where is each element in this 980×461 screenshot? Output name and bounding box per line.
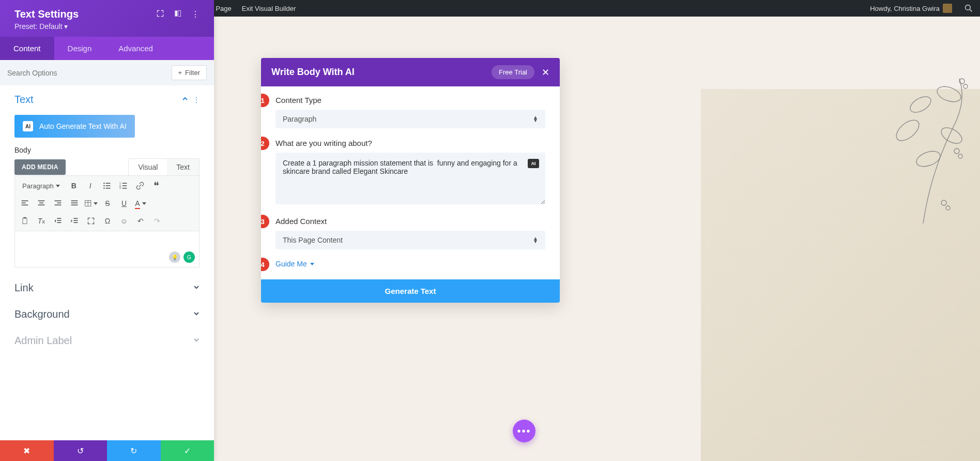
divi-fab-button[interactable]: ••• (513, 420, 535, 442)
textcolor-button[interactable]: A (133, 196, 148, 211)
svg-rect-28 (71, 202, 78, 203)
chevron-down-icon (193, 337, 200, 345)
align-center-button[interactable] (34, 196, 49, 211)
svg-point-8 (103, 185, 104, 186)
underline-button[interactable]: U (116, 196, 132, 211)
table-button[interactable] (83, 196, 99, 211)
fullscreen-button[interactable] (83, 213, 99, 229)
preset-dropdown[interactable]: Preset: Default ▾ (14, 22, 200, 31)
cancel-button[interactable]: ✖ (0, 440, 54, 461)
section-link-title: Link (14, 282, 34, 294)
more-icon[interactable]: ⋮ (191, 9, 200, 19)
svg-rect-38 (73, 218, 78, 219)
body-label: Body (0, 146, 214, 154)
svg-rect-13 (122, 183, 127, 184)
link-button[interactable] (132, 178, 148, 194)
quote-button[interactable]: ❝ (149, 178, 164, 194)
svg-rect-5 (178, 10, 181, 16)
svg-rect-9 (105, 185, 110, 186)
snap-icon[interactable] (174, 9, 182, 20)
expand-icon[interactable] (156, 9, 164, 20)
italic-button[interactable]: I (83, 178, 98, 194)
svg-rect-36 (57, 220, 61, 221)
list-ul-icon (103, 182, 111, 190)
indent-icon (70, 217, 79, 225)
svg-point-48 (954, 148, 959, 154)
emoji-button[interactable]: ☺ (116, 213, 132, 229)
context-select[interactable]: This Page Content ▲▼ (275, 231, 545, 249)
align-left-button[interactable] (17, 196, 33, 211)
assist-badge[interactable]: 💡 (169, 251, 180, 263)
ai-button-label: Auto Generate Text With AI (39, 122, 127, 130)
section-background-toggle[interactable]: Background (0, 300, 214, 326)
leaf-decoration-icon (871, 73, 975, 224)
svg-point-10 (103, 188, 104, 189)
undo-footer-button[interactable]: ↺ (54, 440, 108, 461)
step-marker-3: 3 (261, 215, 269, 228)
list-ol-icon: 123 (119, 182, 128, 190)
align-center-icon (37, 199, 45, 207)
undo-button[interactable]: ↶ (133, 213, 148, 229)
strike-button[interactable]: S (100, 196, 115, 211)
svg-rect-24 (55, 200, 62, 201)
svg-rect-7 (105, 183, 110, 184)
save-button[interactable]: ✓ (161, 440, 215, 461)
clear-format-button[interactable]: Tx (34, 213, 49, 229)
align-justify-button[interactable] (67, 196, 82, 211)
outdent-button[interactable] (50, 213, 66, 229)
redo-footer-button[interactable]: ↻ (107, 440, 161, 461)
tab-advanced[interactable]: Advanced (105, 37, 166, 60)
about-label: What are you writing about? (275, 139, 545, 147)
content-type-label: Content Type (275, 96, 545, 105)
rich-text-editor[interactable]: 💡 G (14, 231, 200, 267)
add-media-button[interactable]: ADD MEDIA (14, 159, 66, 175)
filter-button[interactable]: + Filter (172, 65, 207, 80)
content-type-select[interactable]: Paragraph ▲▼ (275, 110, 545, 128)
editor-tab-text[interactable]: Text (167, 159, 199, 175)
search-input[interactable] (7, 69, 166, 77)
section-adminlabel-toggle[interactable]: Admin Label (0, 326, 214, 353)
specialchar-button[interactable]: Ω (100, 213, 115, 229)
svg-point-2 (966, 5, 971, 10)
ol-button[interactable]: 123 (116, 178, 131, 194)
align-right-button[interactable] (50, 196, 66, 211)
adminbar-search[interactable] (961, 0, 976, 17)
guide-me-toggle[interactable]: Guide Me (275, 260, 545, 268)
svg-rect-40 (73, 222, 78, 223)
context-label: Added Context (275, 217, 545, 226)
svg-point-44 (939, 125, 964, 147)
align-left-icon (21, 199, 29, 207)
free-trial-badge[interactable]: Free Trial (492, 65, 534, 79)
close-button[interactable]: ✕ (542, 67, 549, 78)
section-more-icon[interactable]: ⋮ (193, 96, 200, 103)
chevron-down-icon (193, 310, 200, 318)
about-input[interactable] (275, 153, 545, 204)
user-greeting[interactable]: Howdy, Christina Gwira (865, 0, 957, 17)
section-text-toggle[interactable]: Text ⋮ (0, 85, 214, 112)
ul-button[interactable] (99, 178, 115, 194)
tab-content[interactable]: Content (0, 37, 54, 60)
auto-generate-ai-button[interactable]: AI Auto Generate Text With AI (14, 115, 135, 138)
paste-button[interactable] (17, 213, 33, 229)
svg-rect-34 (24, 217, 26, 218)
search-icon (964, 4, 973, 12)
bold-button[interactable]: B (66, 178, 82, 194)
exit-vb-link[interactable]: Exit Visual Builder (237, 0, 301, 17)
svg-point-45 (914, 148, 942, 170)
indent-button[interactable] (67, 213, 82, 229)
section-background-title: Background (14, 308, 70, 320)
redo-button[interactable]: ↷ (149, 213, 165, 229)
svg-point-42 (935, 84, 963, 105)
step-marker-1: 1 (261, 94, 269, 107)
editor-tab-visual[interactable]: Visual (129, 159, 167, 175)
generate-text-button[interactable]: Generate Text (261, 279, 560, 303)
grammarly-badge[interactable]: G (183, 251, 195, 263)
format-dropdown[interactable]: Paragraph (17, 178, 65, 194)
svg-rect-4 (175, 10, 177, 16)
outdent-icon (54, 217, 62, 225)
section-adminlabel-title: Admin Label (14, 335, 72, 347)
tab-design[interactable]: Design (54, 37, 105, 60)
svg-rect-29 (71, 204, 78, 205)
ai-inline-icon[interactable]: AI (528, 159, 539, 168)
section-link-toggle[interactable]: Link (0, 274, 214, 300)
